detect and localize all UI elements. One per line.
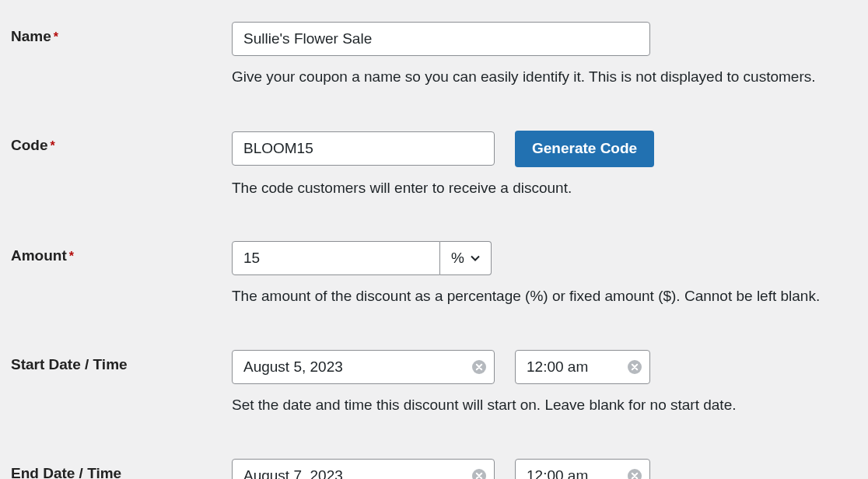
start-date-wrap <box>232 350 495 384</box>
required-asterisk: * <box>54 30 58 44</box>
amount-help: The amount of the discount as a percenta… <box>232 286 854 306</box>
start-date-input[interactable] <box>232 350 495 384</box>
label-col: Amount* <box>11 241 232 264</box>
end-date-wrap <box>232 459 495 479</box>
svg-point-3 <box>628 469 642 479</box>
svg-point-2 <box>472 469 486 479</box>
generate-code-button[interactable]: Generate Code <box>515 131 654 167</box>
field-col: Set the date and time this discount will… <box>232 350 857 415</box>
controls <box>232 350 857 384</box>
required-asterisk: * <box>69 250 74 263</box>
row-amount: Amount* % The amount of the discount as … <box>11 241 857 306</box>
code-help: The code customers will enter to receive… <box>232 178 854 198</box>
label-col: End Date / Time <box>11 459 232 479</box>
end-date-input[interactable] <box>232 459 495 479</box>
row-code: Code* Generate Code The code customers w… <box>11 131 857 198</box>
clear-end-date-button[interactable] <box>471 468 487 479</box>
name-label: Name <box>11 28 51 44</box>
end-time-wrap <box>515 459 650 479</box>
row-end: End Date / Time Set the date and time th… <box>11 459 857 479</box>
chevron-down-icon <box>469 252 481 264</box>
row-name: Name* Give your coupon a name so you can… <box>11 22 857 87</box>
name-help: Give your coupon a name so you can easil… <box>232 67 854 87</box>
required-asterisk: * <box>51 139 55 152</box>
start-label: Start Date / Time <box>11 356 128 372</box>
field-col: Generate Code The code customers will en… <box>232 131 857 198</box>
close-circle-icon <box>472 360 486 374</box>
row-start: Start Date / Time Set the date and time … <box>11 350 857 415</box>
end-label: End Date / Time <box>11 465 121 479</box>
amount-group: % <box>232 241 492 275</box>
field-col: Give your coupon a name so you can easil… <box>232 22 857 87</box>
controls <box>232 459 857 479</box>
start-time-wrap <box>515 350 650 384</box>
close-circle-icon <box>628 360 642 374</box>
amount-unit-select[interactable]: % <box>440 241 492 275</box>
clear-start-time-button[interactable] <box>627 359 642 375</box>
field-col: % The amount of the discount as a percen… <box>232 241 857 306</box>
controls: Generate Code <box>232 131 857 167</box>
close-circle-icon <box>472 469 486 479</box>
label-col: Name* <box>11 22 232 45</box>
controls <box>232 22 857 56</box>
amount-input[interactable] <box>232 241 440 275</box>
clear-start-date-button[interactable] <box>471 359 487 375</box>
start-help: Set the date and time this discount will… <box>232 395 854 415</box>
label-col: Code* <box>11 131 232 154</box>
field-col: Set the date and time this discount will… <box>232 459 857 479</box>
name-input[interactable] <box>232 22 650 56</box>
amount-label: Amount <box>11 247 67 264</box>
controls: % <box>232 241 857 275</box>
close-circle-icon <box>628 469 642 479</box>
code-label: Code <box>11 137 48 153</box>
coupon-form: Name* Give your coupon a name so you can… <box>0 0 868 479</box>
label-col: Start Date / Time <box>11 350 232 373</box>
code-input[interactable] <box>232 131 495 166</box>
clear-end-time-button[interactable] <box>627 468 642 479</box>
amount-unit-value: % <box>451 250 464 267</box>
